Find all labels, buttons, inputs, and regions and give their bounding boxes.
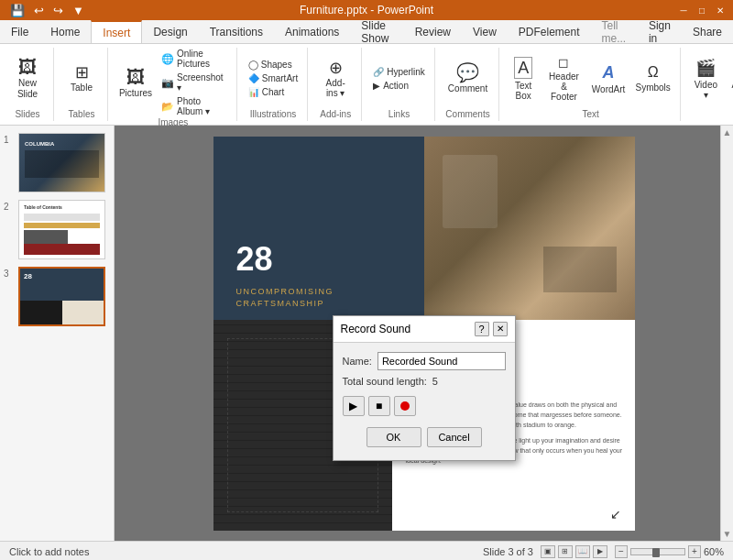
tab-tellme[interactable]: Tell me...: [591, 20, 638, 43]
tab-slideshow[interactable]: Slide Show: [350, 20, 403, 43]
links-group-label: Links: [388, 109, 410, 121]
view-buttons: ▣ ⊞ 📖 ▶: [541, 545, 607, 558]
zoom-controls: − + 60%: [615, 545, 724, 558]
tables-group-label: Tables: [69, 109, 95, 121]
comment-btn[interactable]: 💬 Comment: [443, 60, 493, 97]
stop-btn[interactable]: ■: [368, 396, 390, 416]
modal-overlay: Record Sound ? ✕ Name: Total sound lengt…: [115, 126, 733, 541]
chart-icon: 📊: [248, 87, 259, 97]
dialog-close-btn[interactable]: ✕: [493, 322, 508, 336]
textbox-icon: A: [514, 57, 532, 79]
quick-access-toolbar: 💾 ↩ ↪ ▼: [7, 3, 87, 18]
ribbon-group-links: 🔗 Hyperlink ▶ Action Links: [364, 48, 435, 121]
slide-img-3: 28: [18, 267, 105, 326]
symbols-btn[interactable]: Ω Symbols: [631, 61, 673, 95]
tab-view[interactable]: View: [462, 20, 508, 43]
zoom-in-btn[interactable]: +: [688, 545, 701, 558]
comments-group-items: 💬 Comment: [443, 48, 493, 109]
wordart-label: WordArt: [592, 84, 626, 94]
text-group-label: Text: [582, 109, 598, 121]
slide-num-3: 3: [4, 267, 15, 279]
new-slide-btn[interactable]: 🖼 NewSlide: [7, 54, 48, 104]
hyperlink-btn[interactable]: 🔗 Hyperlink: [369, 66, 429, 78]
minimize-btn[interactable]: ─: [678, 5, 689, 16]
record-btn[interactable]: [394, 396, 416, 416]
play-btn[interactable]: ▶: [343, 396, 365, 416]
action-btn[interactable]: ▶ Action: [369, 80, 429, 92]
tables-group-items: ⊞ Table: [61, 48, 102, 109]
textbox-btn[interactable]: A TextBox: [507, 54, 540, 104]
shapes-icon: ◯: [248, 60, 258, 70]
screenshot-icon: 📷: [161, 77, 174, 89]
tab-transitions[interactable]: Transitions: [199, 20, 274, 43]
illustrations-group-label: Illustrations: [250, 109, 297, 121]
wordart-icon: A: [603, 63, 615, 82]
canvas-area: 28 UNCOMPROMISINGCRAFTSMANSHIP: [115, 126, 733, 541]
slide-counter: Slide 3 of 3: [483, 546, 533, 557]
cancel-btn[interactable]: Cancel: [427, 427, 482, 447]
pictures-label: Pictures: [119, 88, 152, 98]
tab-insert[interactable]: Insert: [91, 20, 142, 43]
ribbon-group-text: A TextBox ◻ Header& Footer A WordArt Ω S…: [501, 48, 681, 121]
smartart-label: SmartArt: [262, 73, 298, 83]
undo-qat-btn[interactable]: ↩: [31, 3, 47, 18]
slide-img-2: Table of Contents: [18, 200, 105, 259]
action-label: Action: [383, 81, 409, 91]
slide-sorter-btn[interactable]: ⊞: [558, 545, 573, 558]
name-input[interactable]: [377, 352, 506, 370]
header-footer-btn[interactable]: ◻ Header& Footer: [542, 52, 585, 104]
slide-thumb-1[interactable]: 1 COLUMBIA: [4, 133, 110, 192]
addins-group-items: ⊕ Add-ins ▾: [315, 48, 356, 109]
ribbon-group-addins: ⊕ Add-ins ▾ Add-ins: [310, 48, 362, 121]
tab-pdfelement[interactable]: PDFelement: [508, 20, 591, 43]
slide-thumb-2[interactable]: 2 Table of Contents: [4, 200, 110, 259]
stop-icon: ■: [376, 400, 382, 412]
screenshot-btn[interactable]: 📷 Screenshot ▾: [158, 71, 231, 93]
tab-signin[interactable]: Sign in: [638, 20, 682, 43]
save-qat-btn[interactable]: 💾: [7, 3, 27, 18]
ribbon-group-illustrations: ◯ Shapes 🔷 SmartArt 📊 Chart Illustration…: [239, 48, 308, 121]
customize-qat-btn[interactable]: ▼: [70, 3, 87, 18]
shapes-btn[interactable]: ◯ Shapes: [245, 59, 301, 71]
normal-view-btn[interactable]: ▣: [541, 545, 555, 558]
ok-btn[interactable]: OK: [366, 427, 421, 447]
zoom-out-btn[interactable]: −: [615, 545, 628, 558]
dialog-title-bar: Record Sound ? ✕: [334, 316, 515, 343]
hyperlink-label: Hyperlink: [387, 67, 425, 77]
slide-thumb-3[interactable]: 3 28: [4, 267, 110, 326]
zoom-slider[interactable]: [630, 548, 685, 555]
slideshow-btn[interactable]: ▶: [593, 545, 607, 558]
smartart-btn[interactable]: 🔷 SmartArt: [245, 72, 301, 84]
links-group-items: 🔗 Hyperlink ▶ Action: [369, 48, 429, 109]
header-footer-icon: ◻: [558, 55, 569, 70]
ribbon-tab-bar: File Home Insert Design Transitions Anim…: [0, 20, 733, 44]
tab-share[interactable]: Share: [682, 20, 733, 43]
table-btn[interactable]: ⊞ Table: [61, 60, 102, 96]
textbox-label: TextBox: [515, 81, 531, 101]
pictures-btn[interactable]: 🖼 Pictures: [115, 64, 156, 102]
tab-review[interactable]: Review: [404, 20, 462, 43]
video-btn[interactable]: 🎬 Video ▾: [688, 55, 724, 103]
audio-btn[interactable]: 🎵 Audio ▾: [726, 55, 733, 103]
tab-file[interactable]: File: [0, 20, 39, 43]
wordart-btn[interactable]: A WordArt: [588, 60, 629, 97]
tab-home[interactable]: Home: [39, 20, 91, 43]
comment-label: Comment: [448, 83, 487, 93]
dialog-help-btn[interactable]: ?: [475, 322, 489, 336]
reading-view-btn[interactable]: 📖: [575, 545, 590, 558]
notes-placeholder: Click to add notes: [9, 546, 89, 557]
addins-btn[interactable]: ⊕ Add-ins ▾: [315, 56, 356, 102]
media-group-items: 🎬 Video ▾ 🎵 Audio ▾ ⬛ ScreenRecording: [688, 48, 733, 109]
chart-btn[interactable]: 📊 Chart: [245, 86, 301, 98]
name-label: Name:: [343, 356, 372, 367]
tab-animations[interactable]: Animations: [274, 20, 350, 43]
photo-album-btn[interactable]: 📂 Photo Album ▾: [158, 95, 231, 117]
maximize-btn[interactable]: □: [696, 5, 707, 16]
redo-qat-btn[interactable]: ↪: [50, 3, 66, 18]
online-pictures-btn[interactable]: 🌐 Online Pictures: [158, 48, 231, 70]
images-group-items: 🖼 Pictures 🌐 Online Pictures 📷 Screensho…: [115, 48, 231, 117]
name-row: Name:: [343, 352, 506, 370]
status-bar-right: Slide 3 of 3 ▣ ⊞ 📖 ▶ − + 60%: [483, 545, 724, 558]
tab-design[interactable]: Design: [142, 20, 198, 43]
close-btn[interactable]: ✕: [715, 5, 726, 16]
